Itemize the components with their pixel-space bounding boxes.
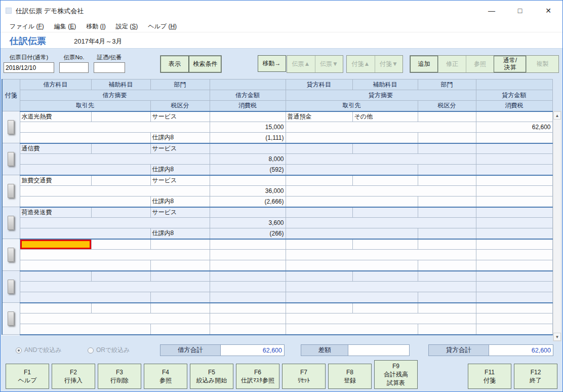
debit-tax-cell[interactable]: [210, 292, 286, 303]
credit-tax-class-cell[interactable]: [418, 165, 476, 175]
debit-partner-cell[interactable]: [20, 292, 150, 303]
credit-department-cell[interactable]: [418, 175, 476, 186]
debit-sub-account-cell[interactable]: [91, 175, 150, 186]
credit-partner-cell[interactable]: [286, 260, 418, 271]
credit-sub-account-cell[interactable]: [352, 175, 418, 186]
debit-department-cell[interactable]: [150, 239, 210, 250]
credit-account-cell[interactable]: [286, 303, 352, 313]
show-button[interactable]: 表示: [160, 56, 189, 72]
debit-amount-spacer-cell[interactable]: [210, 111, 286, 122]
credit-sub-account-cell[interactable]: [352, 303, 418, 313]
modify-button[interactable]: 修正: [438, 56, 466, 72]
debit-amount-spacer-cell[interactable]: [210, 207, 286, 218]
credit-tax-cell[interactable]: [476, 324, 552, 335]
debit-department-cell[interactable]: サービス: [150, 175, 210, 186]
menu-item-h[interactable]: ヘルプ (H): [143, 21, 182, 32]
debit-description-cell[interactable]: [20, 186, 210, 197]
voucher-up-button[interactable]: 伝票▲: [287, 56, 315, 72]
credit-tax-cell[interactable]: [476, 292, 552, 303]
credit-department-cell[interactable]: [418, 143, 476, 154]
debit-account-cell[interactable]: [20, 303, 91, 313]
debit-description-cell[interactable]: [20, 122, 210, 133]
credit-description-cell[interactable]: [286, 218, 476, 228]
debit-amount-cell[interactable]: 36,000: [210, 186, 286, 197]
credit-partner-cell[interactable]: [286, 133, 418, 143]
debit-account-cell[interactable]: 通信費: [20, 143, 91, 154]
credit-department-cell[interactable]: [418, 239, 476, 250]
debit-sub-account-cell[interactable]: [91, 271, 150, 282]
debit-amount-cell[interactable]: [210, 282, 286, 292]
debit-amount-cell[interactable]: 3,600: [210, 218, 286, 228]
debit-partner-cell[interactable]: [20, 228, 150, 239]
credit-amount-cell[interactable]: [476, 282, 552, 292]
fkey-f7-reset[interactable]: F7ﾘｾｯﾄ: [282, 364, 326, 389]
credit-tax-class-cell[interactable]: [418, 292, 476, 303]
debit-sub-account-cell[interactable]: [91, 239, 150, 250]
credit-sub-account-cell[interactable]: [352, 143, 418, 154]
debit-department-cell[interactable]: サービス: [150, 111, 210, 122]
fkey-f2-insert-row[interactable]: F2行挿入: [52, 364, 95, 389]
scroll-down-icon[interactable]: ▼: [553, 333, 561, 341]
credit-amount-spacer-cell[interactable]: [476, 239, 552, 250]
fusen-down-button[interactable]: 付箋▼: [375, 56, 403, 72]
debit-amount-spacer-cell[interactable]: [210, 303, 286, 313]
fusen-tab-icon[interactable]: [8, 280, 14, 294]
debit-sub-account-cell[interactable]: [91, 143, 150, 154]
debit-partner-cell[interactable]: [20, 133, 150, 143]
fkey-f6-journal-master[interactable]: F6仕訳ﾏｽﾀ参照: [236, 364, 279, 389]
credit-sub-account-cell[interactable]: その他: [352, 111, 418, 122]
credit-tax-cell[interactable]: [476, 260, 552, 271]
fkey-f8-register[interactable]: F8登録: [328, 364, 372, 389]
debit-amount-spacer-cell[interactable]: [210, 239, 286, 250]
credit-tax-class-cell[interactable]: [418, 197, 476, 207]
debit-account-cell[interactable]: 旅費交通費: [20, 175, 91, 186]
fusen-cell[interactable]: [2, 111, 20, 143]
credit-amount-cell[interactable]: 62,600: [476, 122, 552, 133]
debit-tax-class-cell[interactable]: [150, 260, 210, 271]
debit-account-cell[interactable]: 水道光熱費: [20, 111, 91, 122]
credit-partner-cell[interactable]: [286, 165, 418, 175]
debit-tax-class-cell[interactable]: 仕課内8: [150, 165, 210, 175]
fkey-f1-help[interactable]: F1ヘルプ: [6, 364, 49, 389]
credit-description-cell[interactable]: [286, 250, 476, 260]
credit-description-cell[interactable]: [286, 154, 476, 165]
debit-partner-cell[interactable]: [20, 197, 150, 207]
debit-sub-account-cell[interactable]: [91, 303, 150, 313]
credit-description-cell[interactable]: [286, 313, 476, 324]
debit-tax-class-cell[interactable]: 仕課内8: [150, 228, 210, 239]
debit-sub-account-cell[interactable]: [91, 207, 150, 218]
credit-amount-spacer-cell[interactable]: [476, 143, 552, 154]
debit-amount-cell[interactable]: [210, 250, 286, 260]
credit-description-cell[interactable]: [286, 282, 476, 292]
credit-tax-cell[interactable]: [476, 133, 552, 143]
and-filter-radio[interactable]: ANDで絞込み: [16, 346, 62, 355]
credit-partner-cell[interactable]: [286, 292, 418, 303]
credit-department-cell[interactable]: [418, 207, 476, 218]
debit-tax-cell[interactable]: (2,666): [210, 197, 286, 207]
credit-amount-spacer-cell[interactable]: [476, 303, 552, 313]
fkey-f5-filter-start[interactable]: F5絞込み開始: [190, 364, 233, 389]
menu-item-s[interactable]: 設定 (S): [111, 21, 143, 32]
search-criteria-button[interactable]: 検索条件: [189, 56, 221, 72]
credit-department-cell[interactable]: [418, 111, 476, 122]
fkey-f4-reference[interactable]: F4参照: [144, 364, 187, 389]
debit-department-cell[interactable]: [150, 303, 210, 313]
fkey-f12-exit[interactable]: F12終了: [514, 364, 557, 389]
credit-tax-cell[interactable]: [476, 197, 552, 207]
minimize-icon[interactable]: —: [477, 1, 506, 21]
fkey-f11-fusen[interactable]: F11付箋: [468, 364, 511, 389]
credit-account-cell[interactable]: 普通預金: [286, 111, 352, 122]
credit-tax-class-cell[interactable]: [418, 133, 476, 143]
debit-tax-class-cell[interactable]: 仕課内8: [150, 133, 210, 143]
debit-tax-cell[interactable]: [210, 324, 286, 335]
debit-amount-cell[interactable]: 15,000: [210, 122, 286, 133]
credit-amount-spacer-cell[interactable]: [476, 111, 552, 122]
credit-account-cell[interactable]: [286, 271, 352, 282]
voucher-date-field[interactable]: [4, 62, 54, 73]
debit-tax-class-cell[interactable]: [150, 292, 210, 303]
menu-item-f[interactable]: ファイル (F): [5, 21, 49, 32]
debit-account-cell[interactable]: [20, 271, 91, 282]
debit-department-cell[interactable]: サービス: [150, 143, 210, 154]
scroll-up-icon[interactable]: ▲: [553, 111, 561, 120]
credit-sub-account-cell[interactable]: [352, 271, 418, 282]
